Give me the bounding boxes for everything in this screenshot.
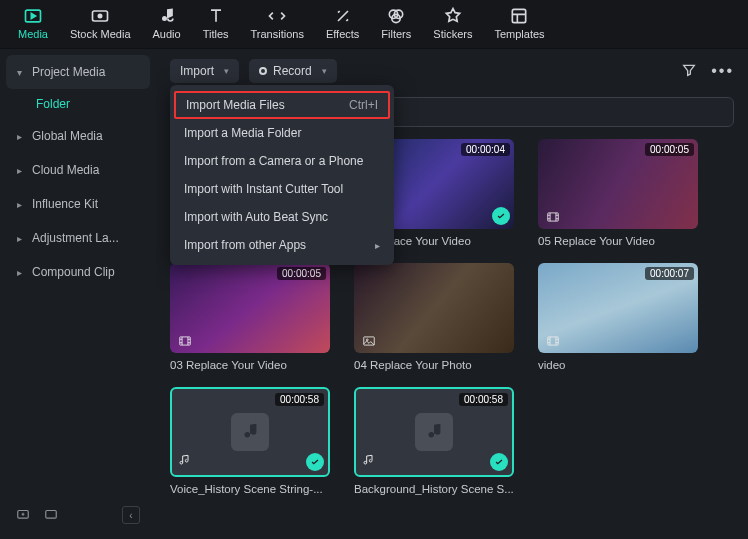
- film-icon: [542, 333, 564, 349]
- check-icon: [490, 453, 508, 471]
- dd-label: Import with Auto Beat Sync: [184, 210, 328, 224]
- transitions-icon: [266, 6, 288, 26]
- nav-filters[interactable]: Filters: [381, 6, 411, 40]
- media-card[interactable]: 00:00:58Voice_History Scene String-...: [170, 387, 330, 495]
- dd-label: Import Media Files: [186, 98, 285, 112]
- nav-stock-media[interactable]: Stock Media: [70, 6, 131, 40]
- sidebar-item-label: Compound Clip: [32, 265, 115, 279]
- import-label: Import: [180, 64, 214, 78]
- chevron-right-icon: ▸: [14, 131, 24, 142]
- media-icon: [22, 6, 44, 26]
- nav-titles[interactable]: Titles: [203, 6, 229, 40]
- main-panel: Import ▾ Record ▾ ••• Import Media Files…: [156, 49, 748, 532]
- new-folder-icon[interactable]: [16, 507, 30, 524]
- import-dropdown: Import Media Files Ctrl+I Import a Media…: [170, 85, 394, 265]
- chevron-right-icon: ▸: [14, 165, 24, 176]
- sidebar-item-project-media[interactable]: ▾ Project Media: [6, 55, 150, 89]
- effects-icon: [332, 6, 354, 26]
- card-label: 04 Replace Your Photo: [354, 359, 514, 371]
- thumbnail[interactable]: 00:00:07: [538, 263, 698, 353]
- sidebar-item-label: Project Media: [32, 65, 105, 79]
- nav-label: Stock Media: [70, 28, 131, 40]
- dd-import-other-apps[interactable]: Import from other Apps ▸: [170, 231, 394, 259]
- sidebar-item-adjustment-layer[interactable]: ▸ Adjustment La...: [6, 221, 150, 255]
- chevron-right-icon: ▸: [14, 199, 24, 210]
- thumbnail[interactable]: 00:00:58: [170, 387, 330, 477]
- collapse-sidebar-button[interactable]: ‹: [122, 506, 140, 524]
- sidebar-item-label: Influence Kit: [32, 197, 98, 211]
- record-label: Record: [273, 64, 312, 78]
- nav-label: Transitions: [251, 28, 304, 40]
- dd-label: Import from other Apps: [184, 238, 306, 252]
- media-card[interactable]: 00:00:07video: [538, 263, 698, 371]
- sidebar-item-influence-kit[interactable]: ▸ Influence Kit: [6, 187, 150, 221]
- media-card[interactable]: 00:00:0503 Replace Your Video: [170, 263, 330, 371]
- nav-templates[interactable]: Templates: [494, 6, 544, 40]
- svg-rect-8: [46, 510, 57, 518]
- titles-icon: [205, 6, 227, 26]
- thumbnail[interactable]: [354, 263, 514, 353]
- thumbnail[interactable]: 00:00:05: [170, 263, 330, 353]
- dd-label: Import from a Camera or a Phone: [184, 154, 363, 168]
- svg-rect-11: [180, 337, 191, 345]
- check-icon: [306, 453, 324, 471]
- thumbnail[interactable]: 00:00:58: [354, 387, 514, 477]
- svg-rect-6: [513, 9, 526, 22]
- audio-icon: [156, 6, 178, 26]
- sidebar-item-cloud-media[interactable]: ▸ Cloud Media: [6, 153, 150, 187]
- audio-icon: [176, 452, 192, 471]
- check-icon: [492, 207, 510, 225]
- card-label: 03 Replace Your Video: [170, 359, 330, 371]
- nav-audio[interactable]: Audio: [153, 6, 181, 40]
- dd-import-instant-cutter[interactable]: Import with Instant Cutter Tool: [170, 175, 394, 203]
- nav-label: Filters: [381, 28, 411, 40]
- media-card[interactable]: 00:00:0505 Replace Your Video: [538, 139, 698, 247]
- music-note-icon: [231, 413, 269, 451]
- templates-icon: [508, 6, 530, 26]
- dd-import-media-files[interactable]: Import Media Files Ctrl+I: [174, 91, 390, 119]
- nav-effects[interactable]: Effects: [326, 6, 359, 40]
- sidebar-item-global-media[interactable]: ▸ Global Media: [6, 119, 150, 153]
- nav-media[interactable]: Media: [18, 6, 48, 40]
- dd-import-auto-beat[interactable]: Import with Auto Beat Sync: [170, 203, 394, 231]
- record-button[interactable]: Record ▾: [249, 59, 337, 83]
- thumbnail[interactable]: 00:00:05: [538, 139, 698, 229]
- sidebar-item-label: Global Media: [32, 129, 103, 143]
- filter-icon[interactable]: [681, 62, 697, 81]
- sidebar-bottom: ‹: [6, 498, 150, 532]
- music-note-icon: [415, 413, 453, 451]
- sidebar-item-label: Adjustment La...: [32, 231, 119, 245]
- top-nav: Media Stock Media Audio Titles Transitio…: [0, 0, 748, 49]
- sidebar: ▾ Project Media Folder ▸ Global Media ▸ …: [0, 49, 156, 532]
- media-card[interactable]: 04 Replace Your Photo: [354, 263, 514, 371]
- stickers-icon: [442, 6, 464, 26]
- nav-label: Audio: [153, 28, 181, 40]
- media-card[interactable]: 00:00:58Background_History Scene S...: [354, 387, 514, 495]
- toolbar: Import ▾ Record ▾ •••: [170, 57, 734, 85]
- filters-icon: [385, 6, 407, 26]
- duration-badge: 00:00:05: [277, 267, 326, 280]
- dd-import-camera-phone[interactable]: Import from a Camera or a Phone: [170, 147, 394, 175]
- card-label: video: [538, 359, 698, 371]
- film-icon: [174, 333, 196, 349]
- nav-label: Titles: [203, 28, 229, 40]
- more-icon[interactable]: •••: [711, 62, 734, 80]
- sidebar-item-compound-clip[interactable]: ▸ Compound Clip: [6, 255, 150, 289]
- card-label: Voice_History Scene String-...: [170, 483, 330, 495]
- nav-label: Templates: [494, 28, 544, 40]
- sidebar-child-folder[interactable]: Folder: [6, 89, 150, 119]
- film-icon: [542, 209, 564, 225]
- chevron-right-icon: ▸: [375, 240, 380, 251]
- nav-stickers[interactable]: Stickers: [433, 6, 472, 40]
- chevron-right-icon: ▸: [14, 233, 24, 244]
- chevron-right-icon: ▸: [14, 267, 24, 278]
- image-icon: [358, 333, 380, 349]
- nav-transitions[interactable]: Transitions: [251, 6, 304, 40]
- duration-badge: 00:00:58: [459, 393, 508, 406]
- stock-media-icon: [89, 6, 111, 26]
- chevron-down-icon: ▾: [322, 66, 327, 76]
- nav-label: Stickers: [433, 28, 472, 40]
- dd-import-media-folder[interactable]: Import a Media Folder: [170, 119, 394, 147]
- folder-icon[interactable]: [44, 507, 58, 524]
- import-button[interactable]: Import ▾: [170, 59, 239, 83]
